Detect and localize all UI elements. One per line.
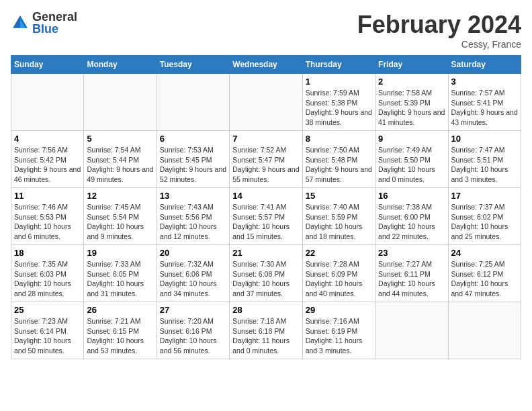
sunset-text: Sunset: 5:39 PM <box>378 98 445 108</box>
day-number: 23 <box>378 248 445 258</box>
sunset-text: Sunset: 5:44 PM <box>87 155 153 165</box>
day-number: 7 <box>232 134 299 144</box>
calendar-cell <box>448 302 521 359</box>
calendar-week-row: 18Sunrise: 7:35 AMSunset: 6:03 PMDayligh… <box>11 245 521 302</box>
calendar-week-row: 25Sunrise: 7:23 AMSunset: 6:14 PMDayligh… <box>11 302 521 359</box>
calendar-cell: 9Sunrise: 7:49 AMSunset: 5:50 PMDaylight… <box>375 131 448 188</box>
day-number: 15 <box>306 191 372 201</box>
day-number: 28 <box>232 305 299 315</box>
day-info: Sunrise: 7:32 AMSunset: 6:06 PMDaylight:… <box>160 259 226 299</box>
day-info: Sunrise: 7:43 AMSunset: 5:56 PMDaylight:… <box>160 202 226 242</box>
day-number: 18 <box>14 248 81 258</box>
sunset-text: Sunset: 6:16 PM <box>160 326 226 336</box>
calendar-cell: 17Sunrise: 7:37 AMSunset: 6:02 PMDayligh… <box>448 188 521 245</box>
sunset-text: Sunset: 6:11 PM <box>378 269 445 279</box>
sunrise-text: Sunrise: 7:41 AM <box>232 202 299 212</box>
sunset-text: Sunset: 5:48 PM <box>306 155 372 165</box>
calendar-cell: 21Sunrise: 7:30 AMSunset: 6:08 PMDayligh… <box>230 245 302 302</box>
day-info: Sunrise: 7:37 AMSunset: 6:02 PMDaylight:… <box>451 202 518 242</box>
calendar-cell: 13Sunrise: 7:43 AMSunset: 5:56 PMDayligh… <box>157 188 229 245</box>
calendar-cell: 24Sunrise: 7:25 AMSunset: 6:12 PMDayligh… <box>448 245 521 302</box>
sunrise-text: Sunrise: 7:47 AM <box>451 145 518 155</box>
day-info: Sunrise: 7:40 AMSunset: 5:59 PMDaylight:… <box>306 202 372 242</box>
calendar-cell: 15Sunrise: 7:40 AMSunset: 5:59 PMDayligh… <box>302 188 375 245</box>
sunset-text: Sunset: 6:15 PM <box>87 326 153 336</box>
sunset-text: Sunset: 5:54 PM <box>87 212 153 222</box>
daylight-text: Daylight: 10 hours and 34 minutes. <box>160 279 226 298</box>
sunrise-text: Sunrise: 7:21 AM <box>87 316 153 326</box>
day-number: 29 <box>306 305 372 315</box>
calendar-cell: 25Sunrise: 7:23 AMSunset: 6:14 PMDayligh… <box>11 302 84 359</box>
sunrise-text: Sunrise: 7:33 AM <box>87 259 153 269</box>
day-info: Sunrise: 7:57 AMSunset: 5:41 PMDaylight:… <box>451 88 518 128</box>
sunrise-text: Sunrise: 7:50 AM <box>306 145 372 155</box>
sunrise-text: Sunrise: 7:23 AM <box>14 316 81 326</box>
sunset-text: Sunset: 5:50 PM <box>378 155 445 165</box>
daylight-text: Daylight: 10 hours and 6 minutes. <box>14 222 81 241</box>
sunset-text: Sunset: 5:42 PM <box>14 155 81 165</box>
calendar-week-row: 1Sunrise: 7:59 AMSunset: 5:38 PMDaylight… <box>11 74 521 131</box>
sunrise-text: Sunrise: 7:45 AM <box>87 202 153 212</box>
calendar-cell: 11Sunrise: 7:46 AMSunset: 5:53 PMDayligh… <box>11 188 84 245</box>
sunrise-text: Sunrise: 7:53 AM <box>160 145 226 155</box>
sunset-text: Sunset: 5:51 PM <box>451 155 518 165</box>
day-number: 11 <box>14 191 81 201</box>
daylight-text: Daylight: 10 hours and 37 minutes. <box>232 279 299 298</box>
calendar-cell: 26Sunrise: 7:21 AMSunset: 6:15 PMDayligh… <box>84 302 157 359</box>
calendar-header: SundayMondayTuesdayWednesdayThursdayFrid… <box>11 56 521 74</box>
calendar-cell <box>84 74 157 131</box>
sunset-text: Sunset: 5:47 PM <box>232 155 299 165</box>
sunrise-text: Sunrise: 7:37 AM <box>451 202 518 212</box>
day-number: 5 <box>87 134 153 144</box>
day-number: 20 <box>160 248 226 258</box>
day-info: Sunrise: 7:41 AMSunset: 5:57 PMDaylight:… <box>232 202 299 242</box>
calendar-cell: 16Sunrise: 7:38 AMSunset: 6:00 PMDayligh… <box>375 188 448 245</box>
sunset-text: Sunset: 6:14 PM <box>14 326 81 336</box>
day-number: 3 <box>451 77 518 87</box>
sunrise-text: Sunrise: 7:56 AM <box>14 145 81 155</box>
sunrise-text: Sunrise: 7:38 AM <box>378 202 445 212</box>
title-area: February 2024 Cessy, France <box>357 11 521 50</box>
day-info: Sunrise: 7:49 AMSunset: 5:50 PMDaylight:… <box>378 145 445 185</box>
calendar-cell: 22Sunrise: 7:28 AMSunset: 6:09 PMDayligh… <box>302 245 375 302</box>
calendar-cell: 4Sunrise: 7:56 AMSunset: 5:42 PMDaylight… <box>11 131 84 188</box>
sunrise-text: Sunrise: 7:27 AM <box>378 259 445 269</box>
day-info: Sunrise: 7:47 AMSunset: 5:51 PMDaylight:… <box>451 145 518 185</box>
daylight-text: Daylight: 9 hours and 38 minutes. <box>306 107 372 127</box>
calendar-cell: 6Sunrise: 7:53 AMSunset: 5:45 PMDaylight… <box>157 131 229 188</box>
calendar-cell <box>157 74 229 131</box>
daylight-text: Daylight: 10 hours and 31 minutes. <box>87 279 153 298</box>
weekday-header: Tuesday <box>157 56 229 74</box>
sunrise-text: Sunrise: 7:20 AM <box>160 316 226 326</box>
sunrise-text: Sunrise: 7:18 AM <box>232 316 299 326</box>
daylight-text: Daylight: 10 hours and 28 minutes. <box>14 279 81 298</box>
calendar-cell: 2Sunrise: 7:58 AMSunset: 5:39 PMDaylight… <box>375 74 448 131</box>
day-info: Sunrise: 7:16 AMSunset: 6:19 PMDaylight:… <box>306 316 372 356</box>
sunset-text: Sunset: 5:38 PM <box>306 98 372 108</box>
daylight-text: Daylight: 10 hours and 40 minutes. <box>306 279 372 298</box>
sunset-text: Sunset: 6:19 PM <box>306 326 372 336</box>
sunrise-text: Sunrise: 7:30 AM <box>232 259 299 269</box>
sunrise-text: Sunrise: 7:59 AM <box>306 88 372 98</box>
daylight-text: Daylight: 10 hours and 15 minutes. <box>232 222 299 241</box>
logo: General Blue <box>11 11 77 35</box>
sunset-text: Sunset: 6:02 PM <box>451 212 518 222</box>
daylight-text: Daylight: 10 hours and 3 minutes. <box>451 165 518 184</box>
sunrise-text: Sunrise: 7:46 AM <box>14 202 81 212</box>
calendar-cell: 28Sunrise: 7:18 AMSunset: 6:18 PMDayligh… <box>230 302 302 359</box>
day-info: Sunrise: 7:45 AMSunset: 5:54 PMDaylight:… <box>87 202 153 242</box>
daylight-text: Daylight: 10 hours and 47 minutes. <box>451 279 518 298</box>
sunrise-text: Sunrise: 7:54 AM <box>87 145 153 155</box>
daylight-text: Daylight: 10 hours and 53 minutes. <box>87 336 153 355</box>
calendar-cell: 8Sunrise: 7:50 AMSunset: 5:48 PMDaylight… <box>302 131 375 188</box>
weekday-header: Friday <box>375 56 448 74</box>
logo-general-text: General <box>32 11 77 23</box>
day-number: 6 <box>160 134 226 144</box>
sunrise-text: Sunrise: 7:25 AM <box>451 259 518 269</box>
day-info: Sunrise: 7:35 AMSunset: 6:03 PMDaylight:… <box>14 259 81 299</box>
daylight-text: Daylight: 10 hours and 44 minutes. <box>378 279 445 298</box>
calendar-cell <box>375 302 448 359</box>
day-number: 14 <box>232 191 299 201</box>
day-info: Sunrise: 7:27 AMSunset: 6:11 PMDaylight:… <box>378 259 445 299</box>
daylight-text: Daylight: 10 hours and 22 minutes. <box>378 222 445 241</box>
